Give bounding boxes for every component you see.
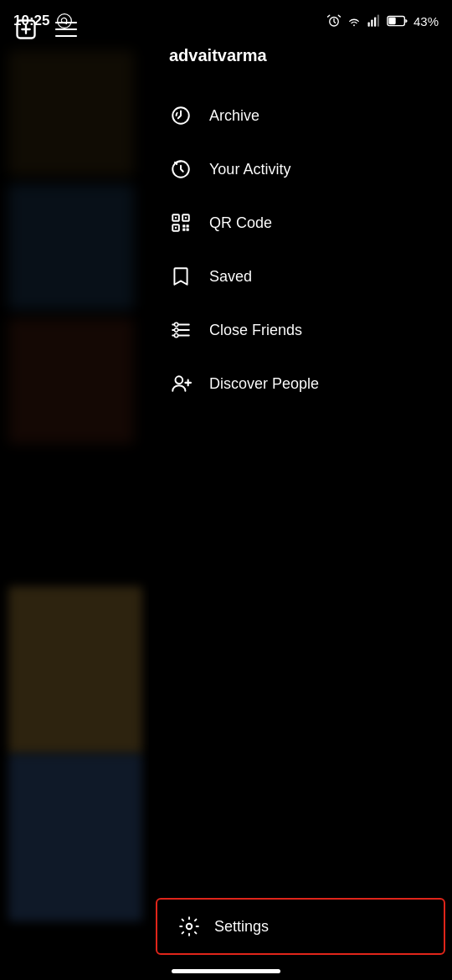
your-activity-label: Your Activity (209, 161, 290, 178)
menu-item-close-friends[interactable]: Close Friends (149, 303, 452, 357)
svg-point-25 (174, 322, 177, 326)
status-icons-left (56, 13, 73, 29)
svg-rect-15 (182, 224, 185, 227)
svg-rect-8 (388, 18, 395, 24)
menu-panel: advaitvarma Archive (149, 0, 452, 980)
svg-rect-4 (371, 20, 372, 27)
battery-icon (387, 15, 408, 27)
svg-rect-16 (187, 224, 189, 227)
svg-rect-20 (185, 217, 187, 219)
close-friends-label: Close Friends (209, 322, 302, 339)
svg-rect-5 (374, 18, 376, 27)
menu-username: advaitvarma (169, 46, 267, 64)
svg-rect-3 (367, 23, 369, 27)
status-icons-right: 43% (326, 13, 439, 28)
close-friends-icon (169, 318, 193, 342)
signal-icon (367, 13, 382, 28)
menu-item-your-activity[interactable]: Your Activity (149, 142, 452, 196)
wifi-icon (347, 13, 362, 28)
svg-rect-6 (378, 15, 379, 27)
settings-button[interactable]: Settings (156, 898, 445, 955)
settings-label: Settings (214, 918, 269, 936)
status-time: 10:25 (13, 13, 49, 29)
saved-icon (169, 265, 193, 288)
discover-people-icon (169, 372, 193, 395)
status-bar: 10:25 4 (0, 0, 452, 42)
archive-label: Archive (209, 107, 259, 125)
qr-code-icon (169, 211, 193, 235)
svg-rect-18 (187, 229, 189, 231)
menu-item-qr-code[interactable]: QR Code (149, 196, 452, 250)
svg-point-2 (353, 24, 355, 26)
battery-percent: 43% (413, 14, 439, 28)
svg-rect-19 (175, 217, 177, 219)
menu-item-discover-people[interactable]: Discover People (149, 357, 452, 410)
qr-code-label: QR Code (209, 214, 272, 232)
home-indicator (172, 969, 280, 973)
svg-point-27 (174, 333, 177, 337)
svg-point-28 (176, 376, 183, 384)
settings-icon (177, 915, 201, 938)
archive-icon (169, 104, 193, 127)
svg-point-29 (187, 924, 193, 930)
menu-item-saved[interactable]: Saved (149, 250, 452, 303)
svg-point-26 (174, 328, 177, 332)
whatsapp-icon (56, 13, 73, 29)
alarm-icon (326, 13, 342, 28)
blur-overlay (0, 0, 149, 980)
svg-rect-21 (175, 227, 177, 229)
svg-rect-17 (182, 229, 185, 231)
saved-label: Saved (209, 268, 252, 286)
discover-people-label: Discover People (209, 375, 319, 393)
menu-item-archive[interactable]: Archive (149, 89, 452, 142)
menu-items-list: Archive Your Activity (149, 82, 452, 891)
svg-point-0 (58, 14, 72, 28)
your-activity-icon (169, 157, 193, 181)
